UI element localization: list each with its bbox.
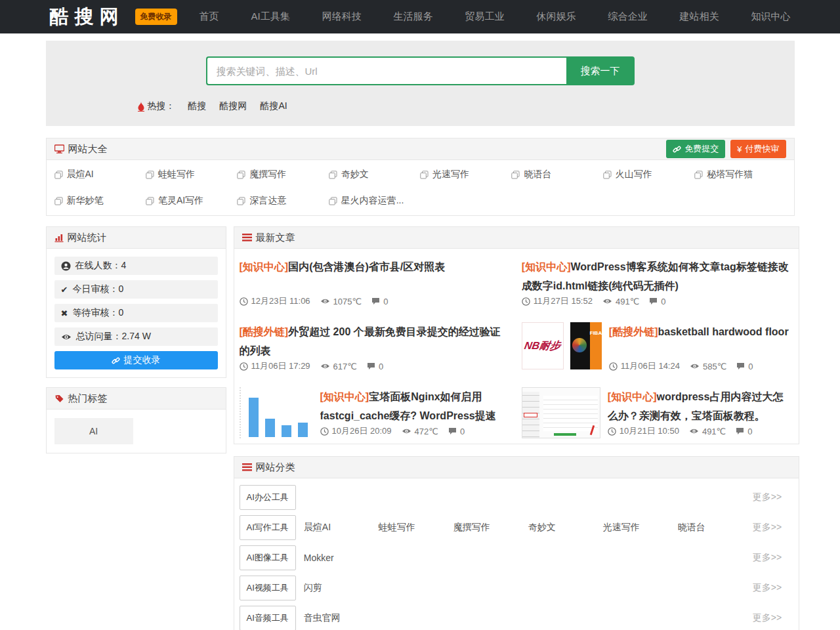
nav-item-trade-industry[interactable]: 贸易工业 <box>465 10 505 23</box>
site-logo[interactable]: 酷搜网 <box>50 4 125 30</box>
search-input[interactable] <box>206 56 566 85</box>
category-site-link[interactable]: Mokker <box>304 553 379 563</box>
article-title-link[interactable]: [酷搜外链]外贸超过 200 个最新免费目录提交的经过验证的列表 <box>240 322 509 358</box>
nav-item-knowledge[interactable]: 知识中心 <box>751 10 790 23</box>
category-row: AI音频工具 音虫官网 更多>> <box>240 603 794 630</box>
paid-review-label: 付费快审 <box>746 143 780 155</box>
article-thumbnail[interactable] <box>522 387 600 438</box>
site-categories-panel: 网站分类 AI办公工具 更多>> AI写作工具 晨煊AI 蛙蛙写作 魔撰写作 <box>234 456 800 630</box>
site-categories-title: 网站分类 <box>256 461 295 474</box>
search-button[interactable]: 搜索一下 <box>566 56 635 85</box>
article-meta: 11月27日 15:52 491℃ 0 <box>522 295 791 307</box>
more-link[interactable]: 更多>> <box>753 492 793 503</box>
free-submit-button[interactable]: 免费提交 <box>666 140 725 158</box>
hot-tags-title: 热门标签 <box>68 392 108 405</box>
article-thumbnail[interactable]: NB耐步 FIBA <box>522 322 602 369</box>
category-site-link[interactable]: 音虫官网 <box>304 612 379 624</box>
thumb-chart-bar <box>249 398 259 437</box>
nav-item-life-services[interactable]: 生活服务 <box>394 10 433 23</box>
nav-item-site-building[interactable]: 建站相关 <box>679 10 719 23</box>
article-item: [酷搜外链]外贸超过 200 个最新免费目录提交的经过验证的列表 11月06日 … <box>234 314 516 379</box>
more-link[interactable]: 更多>> <box>753 522 793 534</box>
article-title-link[interactable]: [知识中心]WordPress博客系统如何将文章tag标签链接改成数字id.ht… <box>522 257 791 293</box>
article-item: [知识中心]宝塔面板Nginx如何启用 fastcgi_cache缓存? Wor… <box>234 379 516 444</box>
site-link[interactable]: 蛙蛙写作 <box>146 169 237 180</box>
site-link[interactable]: 星火内容运营... <box>329 195 420 207</box>
category-site-link[interactable]: 光速写作 <box>603 522 678 534</box>
copy-icon <box>237 197 245 205</box>
article-meta: 12月23日 11:06 1075℃ 0 <box>240 295 509 307</box>
article-title-link[interactable]: [酷搜外链]basketball hardwood floor <box>609 322 791 341</box>
thumb-chart-bar <box>265 419 275 437</box>
more-link[interactable]: 更多>> <box>753 552 793 564</box>
nav-item-enterprise[interactable]: 综合企业 <box>608 10 648 23</box>
site-link[interactable]: 奇妙文 <box>329 169 420 180</box>
hot-search-link[interactable]: 酷搜 <box>188 100 207 112</box>
category-label[interactable]: AI音频工具 <box>240 606 296 630</box>
category-site-link[interactable]: 魔撰写作 <box>453 522 528 534</box>
comment-icon <box>371 297 380 305</box>
yen-icon: ¥ <box>737 145 742 154</box>
top-navbar: 酷搜网 免费收录 首页 AI工具集 网络科技 生活服务 贸易工业 休闲娱乐 综合… <box>0 0 840 33</box>
copy-icon <box>54 197 63 205</box>
clock-icon <box>240 297 248 306</box>
eye-icon <box>602 298 612 304</box>
thumb-chart-bar <box>282 425 291 437</box>
copy-icon <box>237 171 245 179</box>
category-site-link[interactable]: 蛙蛙写作 <box>379 522 453 534</box>
article-title-link[interactable]: [知识中心]wordpress占用内容过大怎么办？亲测有效，宝塔面板教程。 <box>608 387 791 423</box>
category-site-link[interactable]: 闪剪 <box>304 582 379 594</box>
menu-bars-icon <box>242 234 252 242</box>
tag-ai[interactable]: AI <box>54 418 133 444</box>
article-item: [知识中心]wordpress占用内容过大怎么办？亲测有效，宝塔面板教程。 10… <box>516 379 799 444</box>
article-meta: 10月26日 20:09 472℃ 0 <box>320 425 509 437</box>
site-link[interactable]: 魔撰写作 <box>237 169 328 180</box>
site-directory-title: 网站大全 <box>68 143 108 156</box>
article-title-link[interactable]: [知识中心]国内(包含港澳台)省市县/区对照表 <box>240 257 509 276</box>
article-title-link[interactable]: [知识中心]宝塔面板Nginx如何启用 fastcgi_cache缓存? Wor… <box>320 387 509 423</box>
article-meta: 10月21日 10:50 491℃ 0 <box>608 425 791 437</box>
comment-icon <box>736 427 744 435</box>
category-site-link[interactable]: 晨煊AI <box>304 522 379 534</box>
more-link[interactable]: 更多>> <box>753 582 793 594</box>
site-link[interactable]: 深言达意 <box>237 195 328 207</box>
nav-item-home[interactable]: 首页 <box>200 10 219 23</box>
site-link[interactable]: 秘塔写作猫 <box>694 169 786 180</box>
latest-articles-title: 最新文章 <box>256 232 295 244</box>
hot-search-link[interactable]: 酷搜网 <box>220 100 247 112</box>
eye-icon <box>402 428 411 434</box>
category-label[interactable]: AI图像工具 <box>240 545 296 570</box>
nav-item-entertainment[interactable]: 休闲娱乐 <box>537 10 576 23</box>
nav-item-network-tech[interactable]: 网络科技 <box>322 10 362 23</box>
more-link[interactable]: 更多>> <box>753 612 793 624</box>
hot-tags-panel: 热门标签 AI <box>46 387 226 453</box>
site-link[interactable]: 新华妙笔 <box>54 195 146 207</box>
site-link[interactable]: 晓语台 <box>511 169 602 180</box>
article-grid: [知识中心]国内(包含港澳台)省市县/区对照表 12月23日 11:06 107… <box>234 249 799 444</box>
site-link[interactable]: 笔灵AI写作 <box>146 195 237 207</box>
user-icon <box>61 261 71 271</box>
category-label[interactable]: AI办公工具 <box>240 485 296 510</box>
nav-item-ai-tools[interactable]: AI工具集 <box>251 10 289 23</box>
stats-panel: 网站统计 在线人数：4 ✔ 今日审核：0 ✖ 等待审 <box>46 226 226 378</box>
free-submit-badge[interactable]: 免费收录 <box>135 9 177 25</box>
article-thumbnail[interactable] <box>240 387 313 438</box>
article-item: NB耐步 FIBA [酷搜外链]basketball hardwood floo… <box>516 314 799 379</box>
site-link[interactable]: 火山写作 <box>603 169 694 180</box>
clock-icon <box>240 362 248 371</box>
article-item: [知识中心]国内(包含港澳台)省市县/区对照表 12月23日 11:06 107… <box>234 249 516 314</box>
category-label[interactable]: AI视频工具 <box>240 576 296 600</box>
category-label[interactable]: AI写作工具 <box>240 515 296 540</box>
copy-icon <box>420 171 429 179</box>
basketball-icon <box>572 338 587 352</box>
paid-review-button[interactable]: ¥ 付费快审 <box>730 140 786 158</box>
category-site-link[interactable]: 奇妙文 <box>528 522 603 534</box>
site-link[interactable]: 光速写作 <box>420 169 511 180</box>
site-link[interactable]: 晨煊AI <box>54 169 146 180</box>
eye-icon <box>320 363 330 369</box>
submit-site-button[interactable]: 提交收录 <box>54 351 218 369</box>
link-icon <box>112 356 120 365</box>
copy-icon <box>54 171 63 179</box>
hot-search-link[interactable]: 酷搜AI <box>261 100 287 112</box>
category-site-link[interactable]: 晓语台 <box>678 522 753 534</box>
